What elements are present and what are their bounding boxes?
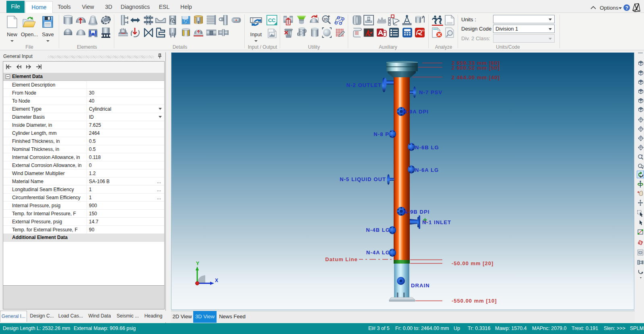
svg-text:N-8 P: N-8 P (374, 131, 389, 137)
svg-text:Options: Options (600, 5, 619, 11)
svg-text:2D: 2D (324, 17, 328, 21)
svg-text:Y: Y (196, 261, 199, 266)
svg-text:N-7 PSV: N-7 PSV (419, 89, 442, 95)
svg-text:N-1 INLET: N-1 INLET (422, 219, 451, 225)
svg-text:N-2 OUTLET: N-2 OUTLET (346, 82, 382, 88)
svg-text:2 600.52 mm [50]: 2 600.52 mm [50] (452, 65, 500, 71)
svg-text:N-4B LG: N-4B LG (366, 227, 390, 233)
svg-text:CC: CC (268, 17, 276, 23)
svg-text:2 464.00 mm [40]: 2 464.00 mm [40] (452, 74, 500, 80)
svg-text:DRAIN: DRAIN (411, 282, 430, 289)
svg-text:?: ? (625, 5, 629, 11)
svg-text:X: X (215, 278, 218, 283)
svg-text:-50.00 mm [20]: -50.00 mm [20] (452, 260, 493, 266)
svg-text:Datum Line: Datum Line (325, 256, 358, 262)
svg-text:N-5 LIQUID OUT: N-5 LIQUID OUT (340, 176, 386, 182)
svg-text:N-6A LG: N-6A LG (415, 167, 439, 173)
svg-text:N-9A DPI: N-9A DPI (403, 109, 429, 115)
svg-text:-550.00 mm [10]: -550.00 mm [10] (452, 298, 497, 304)
svg-text:3D: 3D (421, 29, 425, 32)
svg-text:N-6B LG: N-6B LG (415, 144, 439, 151)
svg-text:N-9B DPI: N-9B DPI (404, 209, 429, 215)
svg-text:N-4A LG: N-4A LG (366, 249, 390, 256)
